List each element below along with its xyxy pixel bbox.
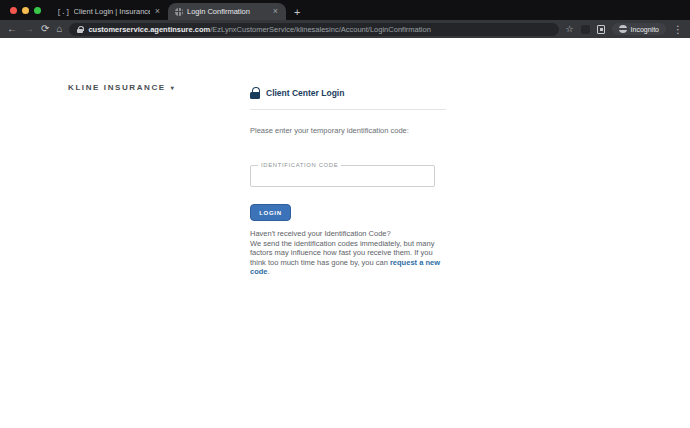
insurance-portal-favicon: [.]	[57, 8, 70, 16]
brand-name: KLINE INSURANCE	[68, 83, 166, 92]
tab-title: Login Confirmation	[187, 7, 268, 16]
tab-title: Client Login | Insurance Portal	[74, 7, 150, 16]
lock-icon	[250, 87, 260, 99]
help-body-end: .	[268, 267, 270, 276]
close-tab-icon[interactable]: ×	[272, 7, 279, 16]
chevron-down-icon: ▾	[171, 84, 174, 91]
tab-login-confirmation[interactable]: Login Confirmation ×	[168, 3, 286, 20]
divider	[250, 109, 446, 110]
toolbar-actions: ☆ Incognito ⋮	[566, 23, 684, 35]
home-icon[interactable]: ⌂	[56, 24, 62, 34]
minimize-window-button[interactable]	[22, 7, 29, 14]
brand-menu[interactable]: KLINE INSURANCE ▾	[68, 83, 174, 92]
close-window-button[interactable]	[10, 7, 17, 14]
address-bar[interactable]: customerservice.agentinsure.com/EzLynxCu…	[69, 23, 558, 36]
page-url: customerservice.agentinsure.com/EzLynxCu…	[88, 25, 430, 34]
close-tab-icon[interactable]: ×	[154, 7, 161, 16]
page-content: KLINE INSURANCE ▾ Client Center Login Pl…	[0, 38, 690, 428]
forward-icon[interactable]: →	[24, 24, 34, 34]
browser-toolbar: ← → ⟳ ⌂ customerservice.agentinsure.com/…	[0, 20, 690, 38]
identification-code-input[interactable]	[256, 170, 429, 184]
incognito-label: Incognito	[631, 26, 659, 33]
instruction-text: Please enter your temporary identificati…	[250, 126, 446, 135]
identification-code-field: IDENTIFICATION CODE	[250, 165, 435, 187]
page-title: Client Center Login	[266, 88, 344, 98]
incognito-badge: Incognito	[612, 23, 666, 35]
window-controls	[0, 7, 50, 14]
secure-lock-icon	[77, 26, 83, 33]
browser-menu-icon[interactable]: ⋮	[673, 24, 683, 35]
card-heading: Client Center Login	[250, 87, 446, 99]
extension-icon-2[interactable]	[597, 25, 605, 34]
back-icon[interactable]: ←	[7, 24, 17, 34]
globe-favicon	[175, 8, 183, 16]
bookmark-star-icon[interactable]: ☆	[566, 24, 574, 34]
reload-icon[interactable]: ⟳	[41, 24, 49, 34]
identification-code-label: IDENTIFICATION CODE	[258, 162, 341, 168]
url-domain: customerservice.agentinsure.com	[88, 25, 210, 34]
browser-window: [.] Client Login | Insurance Portal × Lo…	[0, 0, 690, 428]
incognito-spy-icon	[619, 25, 627, 33]
login-button[interactable]: LOGIN	[250, 204, 291, 221]
tab-client-login[interactable]: [.] Client Login | Insurance Portal ×	[50, 3, 168, 20]
tab-strip: [.] Client Login | Insurance Portal × Lo…	[0, 0, 690, 20]
new-tab-button[interactable]: +	[294, 6, 300, 20]
help-text: Haven't received your Identification Cod…	[250, 229, 446, 277]
help-question: Haven't received your Identification Cod…	[250, 229, 446, 239]
url-path: /EzLynxCustomerService/klinesalesinc/Acc…	[210, 25, 431, 34]
login-card: Client Center Login Please enter your te…	[250, 87, 446, 277]
fullscreen-window-button[interactable]	[34, 7, 41, 14]
extension-icon[interactable]	[581, 25, 590, 34]
